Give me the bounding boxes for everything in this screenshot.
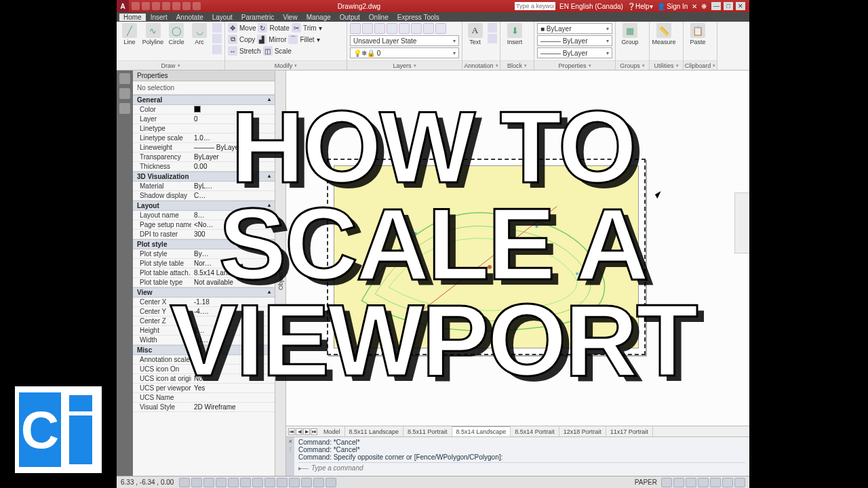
property-value[interactable]: 300 — [191, 230, 275, 238]
line-button[interactable]: ╱Line — [119, 23, 140, 45]
tab-layout[interactable]: Layout — [208, 14, 237, 21]
color-combo[interactable]: ■ ByLayer — [537, 23, 612, 34]
tab-view[interactable]: View — [279, 14, 302, 21]
status-tool-icon[interactable] — [710, 478, 721, 487]
property-row[interactable]: Layout name8… — [133, 211, 275, 220]
layout-tab[interactable]: 8.5x11 Portrait — [403, 426, 452, 436]
layout-tab[interactable]: 12x18 Portrait — [559, 426, 606, 436]
property-value[interactable]: Nor… — [191, 260, 275, 267]
paper-space-canvas[interactable] — [286, 70, 749, 426]
status-tool-icon[interactable] — [673, 478, 684, 487]
qat-undo-icon[interactable] — [182, 2, 191, 10]
tpy-toggle-icon[interactable] — [301, 478, 312, 487]
tab-parametric[interactable]: Parametric — [237, 14, 278, 21]
mirror-icon[interactable]: ▟ — [257, 35, 267, 44]
property-value[interactable]: No — [191, 375, 275, 382]
app-logo[interactable]: A — [117, 0, 129, 12]
lineweight-combo[interactable]: ——— ByLayer — [537, 35, 612, 46]
property-row[interactable]: Center Y-4.… — [133, 307, 275, 317]
qat-plot-icon[interactable] — [172, 2, 180, 10]
qat-open-icon[interactable] — [142, 2, 150, 10]
paste-button[interactable]: 📋Paste — [686, 23, 709, 45]
property-value[interactable]: By… — [191, 250, 275, 258]
property-row[interactable]: Width20… — [133, 336, 275, 345]
cmd-close-icon[interactable]: ✕ — [288, 439, 293, 445]
sc-toggle-icon[interactable] — [326, 478, 336, 487]
property-group-header[interactable]: Plot style▴ — [133, 239, 275, 249]
tab-express-tools[interactable]: Express Tools — [393, 14, 443, 21]
layer-tool-icon[interactable] — [362, 23, 373, 34]
draw-extra-icon[interactable] — [212, 34, 222, 43]
dim-icon[interactable] — [488, 23, 497, 33]
property-row[interactable]: Annotation scale1:1… — [133, 355, 275, 365]
scale-icon[interactable]: ◫ — [263, 46, 273, 56]
dyn-toggle-icon[interactable] — [277, 478, 288, 487]
tab-output[interactable]: Output — [336, 14, 364, 21]
measure-button[interactable]: 📏Measure — [652, 23, 675, 45]
status-tool-icon[interactable] — [698, 478, 709, 487]
sign-in-link[interactable]: 👤 Sign In — [657, 3, 688, 10]
property-row[interactable]: Linetype — [133, 124, 275, 134]
snap-toggle-icon[interactable] — [179, 478, 190, 487]
osnap-toggle-icon[interactable] — [228, 478, 239, 487]
property-row[interactable]: UCS per viewportYes — [133, 384, 275, 393]
tab-first-icon[interactable]: ⏮ — [288, 428, 295, 435]
ortho-toggle-icon[interactable] — [203, 478, 214, 487]
layer-state-combo[interactable]: Unsaved Layer State — [350, 35, 459, 46]
osnap3d-toggle-icon[interactable] — [240, 478, 251, 487]
panel-label[interactable]: Block — [500, 60, 534, 70]
move-icon[interactable]: ✥ — [228, 23, 237, 33]
layer-tool-icon[interactable] — [350, 23, 361, 34]
property-row[interactable]: TransparencyByLayer — [133, 152, 275, 162]
current-layer-combo[interactable]: 💡❄🔒 0 — [350, 47, 459, 58]
panel-label[interactable]: Properties — [534, 60, 615, 70]
property-row[interactable]: Plot style tableNor… — [133, 259, 275, 268]
palette-icon[interactable] — [119, 103, 130, 114]
tab-next-icon[interactable]: ▶ — [303, 428, 310, 435]
property-row[interactable]: UCS Name — [133, 393, 275, 403]
circle-button[interactable]: ◯Circle — [166, 23, 186, 45]
panel-label[interactable]: Clipboard — [684, 60, 717, 70]
property-group-header[interactable]: Misc▴ — [133, 345, 275, 355]
property-row[interactable]: Lineweight——— ByLayer — [133, 143, 275, 152]
linetype-combo[interactable]: ——— ByLayer — [537, 47, 612, 58]
panel-label[interactable]: Layers — [347, 60, 462, 70]
stretch-icon[interactable]: ↔ — [228, 46, 237, 56]
coordinate-readout[interactable]: 6.33 , -6.34 , 0.00 — [121, 479, 174, 486]
layer-tool-icon[interactable] — [374, 23, 385, 34]
panel-label[interactable]: Annotation — [462, 60, 500, 70]
maximize-button[interactable]: □ — [724, 2, 733, 10]
exchange-icon[interactable]: ✕ — [692, 3, 697, 10]
property-value[interactable]: Not available — [191, 279, 275, 286]
draw-extra-icon[interactable] — [212, 23, 222, 33]
command-input[interactable] — [311, 464, 745, 472]
status-tool-icon[interactable] — [661, 478, 672, 487]
property-row[interactable]: Thickness0.00 — [133, 162, 275, 171]
qat-saveas-icon[interactable] — [162, 2, 170, 10]
property-row[interactable]: Center X-1.18 — [133, 298, 275, 307]
layout-tab[interactable]: 11x17 Portrait — [606, 426, 653, 436]
help-link[interactable]: ❔Help▾ — [627, 3, 653, 10]
qp-toggle-icon[interactable] — [313, 478, 324, 487]
property-value[interactable]: -4.… — [191, 308, 275, 315]
layout-tab[interactable]: 8.5x14 Portrait — [511, 426, 559, 436]
cmd-handle-icon[interactable]: ⋮ — [288, 446, 293, 452]
selection-combo[interactable]: No selection — [133, 81, 275, 95]
property-row[interactable]: UCS icon OnYes — [133, 365, 275, 374]
navigation-bar[interactable] — [734, 192, 749, 253]
panel-label[interactable]: Utilities — [650, 60, 683, 70]
tab-home[interactable]: Home — [119, 14, 146, 21]
polyline-button[interactable]: ∿Polyline — [142, 23, 164, 45]
property-value[interactable]: ByLayer — [191, 153, 275, 161]
tab-manage[interactable]: Manage — [302, 14, 335, 21]
property-value[interactable]: 1:1… — [191, 356, 275, 363]
tab-annotate[interactable]: Annotate — [172, 14, 208, 21]
layer-tool-icon[interactable] — [399, 23, 410, 34]
tab-last-icon[interactable]: ⏭ — [311, 428, 317, 435]
status-tool-icon[interactable] — [734, 478, 745, 487]
panel-label[interactable]: Modify — [225, 60, 347, 70]
rotate-icon[interactable]: ↻ — [258, 23, 267, 33]
layer-tool-icon[interactable] — [387, 23, 397, 34]
property-value[interactable]: C… — [191, 192, 275, 199]
minimize-button[interactable]: — — [711, 2, 721, 10]
